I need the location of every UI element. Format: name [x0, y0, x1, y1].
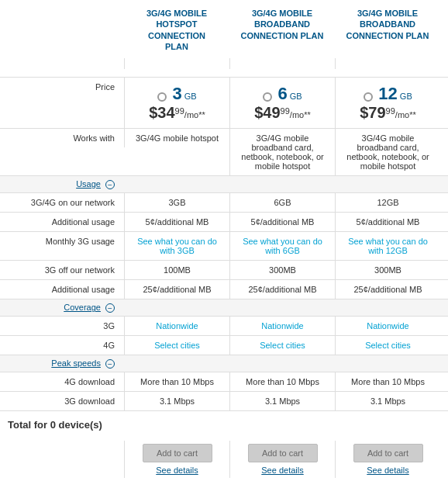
monthly-3g-link-3[interactable]: See what you can do with 12GB	[348, 237, 428, 255]
peak-speeds-collapse-icon[interactable]: −	[105, 359, 115, 369]
off-network-cell-3: 300MB	[335, 261, 440, 279]
additional-usage2-cell-3: 25¢/additional MB	[335, 280, 440, 299]
coverage-link[interactable]: Coverage	[64, 303, 101, 312]
spacer-row	[0, 58, 448, 77]
monthly-3g-row: Monthly 3G usage See what you can do wit…	[0, 231, 448, 260]
spacer-cell-1	[124, 58, 229, 69]
header-row: 3G/4G Mobile Hotspot Connection Plan 3G/…	[124, 8, 448, 58]
radio-3[interactable]	[364, 92, 373, 102]
3g-coverage-link-3[interactable]: Nationwide	[367, 321, 408, 331]
works-cell-1: 3G/4G mobile hotspot	[124, 129, 229, 147]
4g-coverage-cell-3: Select cities	[335, 336, 440, 355]
3g-coverage-cell-3: Nationwide	[335, 317, 440, 335]
footer-total: Total for 0 device(s)	[0, 410, 448, 434]
price-cell-1[interactable]: 3 GB $3499/mo**	[124, 78, 229, 128]
off-network-cell-1: 100MB	[124, 261, 229, 279]
plan-header-3: 3G/4G Mobile Broadband Connection Plan	[335, 8, 440, 58]
works-cell-2: 3G/4G mobile broadband card, netbook, no…	[229, 129, 335, 175]
3g-coverage-row: 3G Nationwide Nationwide Nationwide	[0, 316, 448, 335]
4g-coverage-link-3[interactable]: Select cities	[365, 341, 411, 350]
4g-coverage-label: 4G	[0, 336, 124, 355]
usage-section-header: Usage −	[0, 175, 448, 192]
monthly-3g-link-2[interactable]: See what you can do with 6GB	[243, 237, 322, 255]
footer-buttons: Add to cart See details Add to cart See …	[124, 434, 448, 478]
add-to-cart-button-3[interactable]: Add to cart	[353, 444, 423, 462]
works-cell-3: 3G/4G mobile broadband card, netbook, no…	[335, 129, 440, 175]
3g-download-cell-3: 3.1 Mbps	[335, 392, 440, 410]
radio-2[interactable]	[263, 92, 272, 102]
off-network-label: 3G off our network	[0, 261, 124, 279]
coverage-collapse-icon[interactable]: −	[105, 303, 115, 313]
off-network-row: 3G off our network 100MB 300MB 300MB	[0, 260, 448, 279]
plan-header-1: 3G/4G Mobile Hotspot Connection Plan	[124, 8, 229, 58]
4g-coverage-cell-1: Select cities	[124, 336, 229, 355]
footer-col-2: Add to cart See details	[229, 441, 335, 478]
add-to-cart-button-1[interactable]: Add to cart	[143, 444, 212, 462]
spacer-cell-2	[229, 58, 335, 69]
page-container: 3G/4G Mobile Hotspot Connection Plan 3G/…	[0, 0, 448, 486]
price-cell-2[interactable]: 6 GB $4999/mo**	[229, 78, 335, 128]
price-label: Price	[0, 78, 124, 96]
works-with-label: Works with	[0, 129, 124, 147]
4g-coverage-link-1[interactable]: Select cities	[154, 341, 200, 350]
4g-coverage-link-2[interactable]: Select cities	[260, 341, 305, 350]
monthly-3g-cell-2: See what you can do with 6GB	[229, 232, 335, 260]
on-network-cell-3: 12GB	[335, 193, 440, 212]
see-details-link-3[interactable]: See details	[367, 466, 408, 475]
monthly-3g-label: Monthly 3G usage	[0, 232, 124, 251]
on-network-cell-1: 3GB	[124, 193, 229, 212]
add-to-cart-button-2[interactable]: Add to cart	[248, 444, 318, 462]
footer-col-1: Add to cart See details	[124, 441, 229, 478]
on-network-row: 3G/4G on our network 3GB 6GB 12GB	[0, 192, 448, 212]
4g-coverage-row: 4G Select cities Select cities Select ci…	[0, 335, 448, 355]
additional-usage-cell-1: 5¢/additional MB	[124, 213, 229, 231]
additional-usage2-row: Additional usage 25¢/additional MB 25¢/a…	[0, 279, 448, 299]
usage-link[interactable]: Usage	[76, 179, 101, 189]
4g-download-label: 4G download	[0, 372, 124, 391]
usage-section-label: Usage −	[0, 176, 124, 192]
4g-download-cell-3: More than 10 Mbps	[335, 372, 440, 391]
price-cell-3[interactable]: 12 GB $7999/mo**	[335, 78, 440, 128]
3g-coverage-label: 3G	[0, 317, 124, 335]
3g-coverage-cell-1: Nationwide	[124, 317, 229, 335]
on-network-label: 3G/4G on our network	[0, 193, 124, 212]
works-with-row: Works with 3G/4G mobile hotspot 3G/4G mo…	[0, 128, 448, 175]
monthly-3g-cell-1: See what you can do with 3GB	[124, 232, 229, 260]
additional-usage-cell-3: 5¢/additional MB	[335, 213, 440, 231]
3g-download-label: 3G download	[0, 392, 124, 410]
content-area: Price 3 GB $3499/mo** 6 GB $4999	[0, 58, 448, 410]
monthly-3g-link-1[interactable]: See what you can do with 3GB	[137, 237, 217, 255]
peak-speeds-section-label: Peak speeds −	[0, 355, 124, 372]
4g-download-cell-2: More than 10 Mbps	[229, 372, 335, 391]
spacer-cell-3	[335, 58, 440, 69]
off-network-cell-2: 300MB	[229, 261, 335, 279]
additional-usage-row: Additional usage 5¢/additional MB 5¢/add…	[0, 212, 448, 231]
3g-coverage-cell-2: Nationwide	[229, 317, 335, 335]
footer-col-3: Add to cart See details	[335, 441, 440, 478]
3g-coverage-link-1[interactable]: Nationwide	[156, 321, 198, 331]
see-details-link-2[interactable]: See details	[261, 466, 303, 475]
3g-download-row: 3G download 3.1 Mbps 3.1 Mbps 3.1 Mbps	[0, 391, 448, 410]
4g-download-cell-1: More than 10 Mbps	[124, 372, 229, 391]
3g-coverage-link-2[interactable]: Nationwide	[261, 321, 303, 331]
additional-usage2-cell-1: 25¢/additional MB	[124, 280, 229, 299]
coverage-section-header: Coverage −	[0, 299, 448, 316]
peak-speeds-section-header: Peak speeds −	[0, 355, 448, 372]
4g-coverage-cell-2: Select cities	[229, 336, 335, 355]
additional-usage2-cell-2: 25¢/additional MB	[229, 280, 335, 299]
monthly-3g-cell-3: See what you can do with 12GB	[335, 232, 440, 260]
additional-usage2-label: Additional usage	[0, 280, 124, 299]
peak-speeds-link[interactable]: Peak speeds	[51, 358, 101, 368]
on-network-cell-2: 6GB	[229, 193, 335, 212]
coverage-section-label: Coverage −	[0, 299, 124, 316]
see-details-link-1[interactable]: See details	[156, 466, 198, 475]
additional-usage-label: Additional usage	[0, 213, 124, 231]
usage-collapse-icon[interactable]: −	[105, 180, 115, 189]
4g-download-row: 4G download More than 10 Mbps More than …	[0, 372, 448, 391]
price-row: Price 3 GB $3499/mo** 6 GB $4999	[0, 77, 448, 128]
additional-usage-cell-2: 5¢/additional MB	[229, 213, 335, 231]
radio-1[interactable]	[157, 92, 167, 102]
plan-header-2: 3G/4G Mobile Broadband Connection Plan	[229, 8, 335, 58]
3g-download-cell-1: 3.1 Mbps	[124, 392, 229, 410]
3g-download-cell-2: 3.1 Mbps	[229, 392, 335, 410]
